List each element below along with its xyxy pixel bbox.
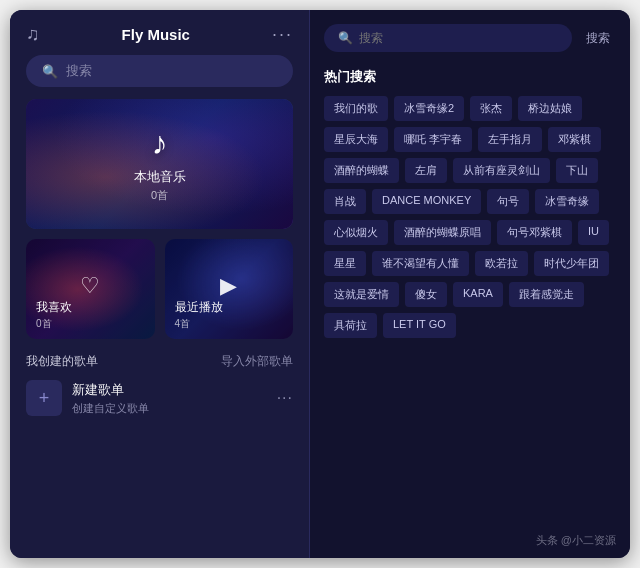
new-playlist-info: 新建歌单 创建自定义歌单 bbox=[72, 381, 267, 416]
hot-search-tag[interactable]: 具荷拉 bbox=[324, 313, 377, 338]
new-playlist-desc: 创建自定义歌单 bbox=[72, 401, 267, 416]
local-music-count: 0首 bbox=[151, 188, 168, 203]
hot-search-tag[interactable]: 傻女 bbox=[405, 282, 447, 307]
hot-search-tag[interactable]: 桥边姑娘 bbox=[518, 96, 582, 121]
recent-card[interactable]: ▶ 最近播放 4首 bbox=[165, 239, 294, 339]
favorites-info: 我喜欢 0首 bbox=[36, 299, 72, 331]
hot-search-tag[interactable]: 酒醉的蝴蝶 bbox=[324, 158, 399, 183]
hot-search-tag[interactable]: DANCE MONKEY bbox=[372, 189, 481, 214]
hot-search-tag[interactable]: 句号 bbox=[487, 189, 529, 214]
left-search-text: 搜索 bbox=[66, 62, 92, 80]
app-title: Fly Music bbox=[122, 26, 190, 43]
hot-search-tag[interactable]: 从前有座灵剑山 bbox=[453, 158, 550, 183]
left-panel: ♫ Fly Music ··· 🔍 搜索 ♪ 本地音乐 0首 ♡ 我喜欢 0首 bbox=[10, 10, 310, 558]
hot-search-tag[interactable]: 我们的歌 bbox=[324, 96, 388, 121]
tags-container: 我们的歌冰雪奇缘2张杰桥边姑娘星辰大海哪吒 李宇春左手指月邓紫棋酒醉的蝴蝶左肩从… bbox=[324, 96, 616, 338]
playlist-header: 我创建的歌单 导入外部歌单 bbox=[26, 353, 293, 370]
hot-search-tag[interactable]: 肖战 bbox=[324, 189, 366, 214]
right-search-icon: 🔍 bbox=[338, 31, 353, 45]
hot-search-tag[interactable]: 这就是爱情 bbox=[324, 282, 399, 307]
hot-search-tag[interactable]: 左手指月 bbox=[478, 127, 542, 152]
hot-search-tag[interactable]: KARA bbox=[453, 282, 503, 307]
music-icon: ♫ bbox=[26, 24, 40, 45]
playlist-section-title: 我创建的歌单 bbox=[26, 353, 98, 370]
hot-search-tag[interactable]: 张杰 bbox=[470, 96, 512, 121]
recent-count: 4首 bbox=[175, 317, 223, 331]
favorites-title: 我喜欢 bbox=[36, 299, 72, 316]
left-search-icon: 🔍 bbox=[42, 64, 58, 79]
hot-search-tag[interactable]: 下山 bbox=[556, 158, 598, 183]
right-panel: 🔍 搜索 热门搜索 我们的歌冰雪奇缘2张杰桥边姑娘星辰大海哪吒 李宇春左手指月邓… bbox=[310, 10, 630, 558]
hot-search-tag[interactable]: 酒醉的蝴蝶原唱 bbox=[394, 220, 491, 245]
right-search-bar: 🔍 搜索 bbox=[324, 24, 616, 52]
more-menu-icon[interactable]: ··· bbox=[272, 24, 293, 45]
left-search-bar[interactable]: 🔍 搜索 bbox=[26, 55, 293, 87]
hot-search-tag[interactable]: 哪吒 李宇春 bbox=[394, 127, 472, 152]
hot-search-tag[interactable]: 跟着感觉走 bbox=[509, 282, 584, 307]
play-icon: ▶ bbox=[220, 273, 237, 299]
playlist-section: 我创建的歌单 导入外部歌单 + 新建歌单 创建自定义歌单 ··· bbox=[10, 353, 309, 416]
new-playlist-more-icon[interactable]: ··· bbox=[277, 389, 293, 407]
hot-search-tag[interactable]: 谁不渴望有人懂 bbox=[372, 251, 469, 276]
music-note-icon: ♪ bbox=[152, 125, 168, 162]
hot-search-tag[interactable]: 星辰大海 bbox=[324, 127, 388, 152]
search-button[interactable]: 搜索 bbox=[580, 26, 616, 51]
recent-info: 最近播放 4首 bbox=[175, 299, 223, 331]
hot-search-tag[interactable]: 心似烟火 bbox=[324, 220, 388, 245]
bottom-cards: ♡ 我喜欢 0首 ▶ 最近播放 4首 bbox=[26, 239, 293, 339]
hot-search-tag[interactable]: 冰雪奇缘 bbox=[535, 189, 599, 214]
app-container: ♫ Fly Music ··· 🔍 搜索 ♪ 本地音乐 0首 ♡ 我喜欢 0首 bbox=[10, 10, 630, 558]
hot-search-tag[interactable]: 冰雪奇缘2 bbox=[394, 96, 464, 121]
new-playlist-item: + 新建歌单 创建自定义歌单 ··· bbox=[26, 380, 293, 416]
local-music-title: 本地音乐 bbox=[134, 168, 186, 186]
local-music-card[interactable]: ♪ 本地音乐 0首 bbox=[26, 99, 293, 229]
local-music-content: ♪ 本地音乐 0首 bbox=[26, 99, 293, 229]
hot-search-tag[interactable]: 左肩 bbox=[405, 158, 447, 183]
right-search-input[interactable] bbox=[359, 31, 558, 45]
hot-search-tag[interactable]: IU bbox=[578, 220, 609, 245]
hot-search-tag[interactable]: 时代少年团 bbox=[534, 251, 609, 276]
hot-search-tag[interactable]: 邓紫棋 bbox=[548, 127, 601, 152]
hot-search-tag[interactable]: LET IT GO bbox=[383, 313, 456, 338]
recent-title: 最近播放 bbox=[175, 299, 223, 316]
favorites-count: 0首 bbox=[36, 317, 72, 331]
hot-search-title: 热门搜索 bbox=[324, 68, 616, 86]
plus-icon: + bbox=[39, 388, 50, 409]
heart-icon: ♡ bbox=[80, 273, 100, 299]
hot-search-tag[interactable]: 欧若拉 bbox=[475, 251, 528, 276]
right-search-input-wrap[interactable]: 🔍 bbox=[324, 24, 572, 52]
left-header: ♫ Fly Music ··· bbox=[10, 10, 309, 55]
favorites-card[interactable]: ♡ 我喜欢 0首 bbox=[26, 239, 155, 339]
import-action[interactable]: 导入外部歌单 bbox=[221, 353, 293, 370]
new-playlist-name: 新建歌单 bbox=[72, 381, 267, 399]
new-playlist-button[interactable]: + bbox=[26, 380, 62, 416]
watermark: 头条 @小二资源 bbox=[536, 533, 616, 548]
hot-search-tag[interactable]: 星星 bbox=[324, 251, 366, 276]
hot-search-tag[interactable]: 句号邓紫棋 bbox=[497, 220, 572, 245]
